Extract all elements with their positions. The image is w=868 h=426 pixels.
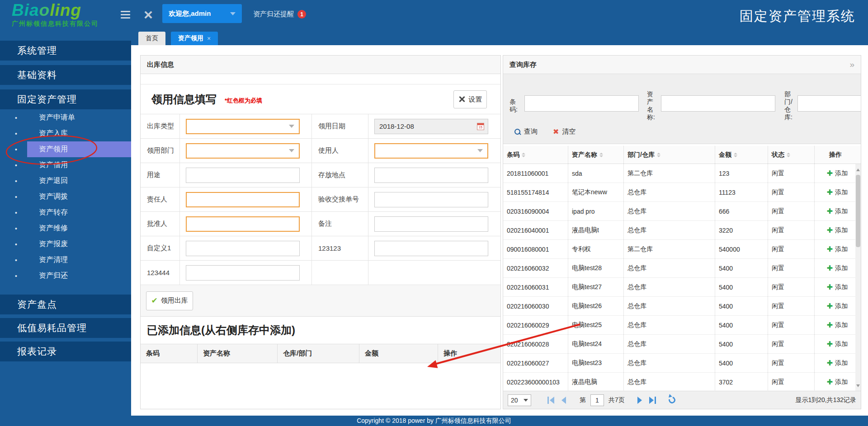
clear-button[interactable]: ✖ 清空 xyxy=(553,127,576,136)
settings-button[interactable]: 设置 xyxy=(453,90,487,108)
approver-input[interactable] xyxy=(186,216,300,232)
column-header-sortable[interactable]: 条码 xyxy=(503,146,568,164)
custom1-input[interactable] xyxy=(186,241,300,256)
column-header-sortable[interactable]: 资产名称 xyxy=(568,146,623,164)
cell-amount: 5400 xyxy=(715,259,768,277)
sidebar-item[interactable]: 资产调拨 xyxy=(0,189,131,205)
sidebar-item[interactable]: 资产清理 xyxy=(0,252,131,268)
page-number-input[interactable]: 1 xyxy=(590,394,604,406)
add-button[interactable]: 添加 xyxy=(827,302,848,310)
collapse-panel-icon[interactable]: » xyxy=(849,60,854,70)
add-button[interactable]: 添加 xyxy=(827,340,848,348)
pickup-date-field[interactable]: 2018-12-08 xyxy=(374,119,488,134)
table-row: 020216060029 电脑test25 总仓库 5400 闲置 添加 xyxy=(503,316,861,335)
close-icon[interactable]: × xyxy=(144,5,153,24)
calendar-icon[interactable] xyxy=(477,123,484,130)
custom3-input[interactable] xyxy=(186,265,300,281)
pickup-outbound-button[interactable]: ✔ 领用出库 xyxy=(146,291,193,310)
sidebar-item[interactable]: 资产退回 xyxy=(0,173,131,189)
custom2-input[interactable] xyxy=(374,241,488,256)
sidebar-section-reports[interactable]: 报表记录 xyxy=(0,342,131,361)
tools-icon xyxy=(458,96,466,103)
plus-icon xyxy=(827,378,833,386)
scroll-down-icon[interactable] xyxy=(856,384,860,387)
pickup-dept-select[interactable] xyxy=(186,143,300,159)
column-header-sortable[interactable]: 金额 xyxy=(715,146,768,164)
sidebar-item[interactable]: 资产借用 xyxy=(0,157,131,173)
cell-asset-name: 电脑test24 xyxy=(568,335,623,353)
cell-asset-name: ipad pro xyxy=(568,202,623,220)
field-label: 备注 xyxy=(311,212,368,236)
column-header-sortable[interactable]: 部门/仓库 xyxy=(623,146,715,164)
next-page-button[interactable] xyxy=(637,397,642,404)
sidebar-item[interactable]: 资产归还 xyxy=(0,268,131,284)
add-button[interactable]: 添加 xyxy=(827,321,848,329)
last-page-button[interactable] xyxy=(649,397,656,404)
page-size-select[interactable]: 20 xyxy=(508,394,531,406)
dept-warehouse-label: 部门/仓库: xyxy=(784,90,793,121)
table-row: 020216060027 电脑test23 总仓库 5400 闲置 添加 xyxy=(503,354,861,373)
panel-title: 出库信息 xyxy=(147,61,174,69)
prev-page-button[interactable] xyxy=(561,397,566,404)
tab-close-icon[interactable]: × xyxy=(207,35,211,42)
sidebar-item-label: 资产报废 xyxy=(39,239,68,249)
asset-name-input[interactable] xyxy=(661,95,775,112)
cell-amount: 3702 xyxy=(715,373,768,391)
scrollbar-thumb[interactable] xyxy=(856,175,860,247)
add-button[interactable]: 添加 xyxy=(827,245,848,253)
sidebar-item[interactable]: 资产转存 xyxy=(0,205,131,220)
responsible-person-input[interactable] xyxy=(186,192,300,207)
add-button[interactable]: 添加 xyxy=(827,359,848,367)
add-button[interactable]: 添加 xyxy=(827,207,848,215)
table-row: 020216060032 电脑test28 总仓库 5400 闲置 添加 xyxy=(503,259,861,278)
tab-asset-pickup[interactable]: 资产领用 × xyxy=(171,32,218,45)
dept-warehouse-input[interactable] xyxy=(797,95,861,112)
plus-icon xyxy=(827,188,833,197)
table-row: 020223600000103 液晶电脑 总仓库 3702 闲置 添加 xyxy=(503,373,861,392)
spacer xyxy=(141,74,500,84)
acceptance-number-input[interactable] xyxy=(374,192,488,207)
table-scrollbar[interactable] xyxy=(855,164,861,392)
add-button[interactable]: 添加 xyxy=(827,283,848,291)
user-select[interactable] xyxy=(374,143,488,159)
cell-action: 添加 xyxy=(814,316,856,334)
sidebar-item-label: 资产借用 xyxy=(39,160,68,170)
form-row: 出库类型 领用日期 2018-12-08 xyxy=(141,114,500,139)
column-label: 部门/仓库 xyxy=(627,151,655,159)
first-page-button[interactable] xyxy=(547,397,554,404)
remark-input[interactable] xyxy=(374,216,488,232)
plus-icon xyxy=(827,169,833,178)
add-button[interactable]: 添加 xyxy=(827,188,848,197)
sidebar-item[interactable]: 资产报废 xyxy=(0,236,131,252)
menu-toggle-icon[interactable] xyxy=(121,11,130,19)
search-button[interactable]: 查询 xyxy=(514,127,538,136)
add-button[interactable]: 添加 xyxy=(827,378,848,386)
column-header: 操作 xyxy=(438,344,500,363)
refresh-icon[interactable] xyxy=(667,395,676,404)
storage-location-input[interactable] xyxy=(374,168,488,183)
sidebar-item[interactable]: 资产入库 xyxy=(0,126,131,141)
return-reminder-link[interactable]: 资产归还提醒 1 xyxy=(253,10,306,19)
sidebar-item[interactable]: 资产申请单 xyxy=(0,110,131,126)
add-button[interactable]: 添加 xyxy=(827,264,848,272)
sidebar-section-consumables[interactable]: 低值易耗品管理 xyxy=(0,318,131,338)
sidebar-item[interactable]: 资产维修 xyxy=(0,220,131,236)
cell-dept-warehouse: 总仓库 xyxy=(623,259,715,277)
barcode-input[interactable] xyxy=(524,95,639,112)
sidebar-section-fixed-assets[interactable]: 固定资产管理 xyxy=(0,89,131,109)
outbound-type-select[interactable] xyxy=(186,119,300,134)
scroll-up-icon[interactable] xyxy=(856,169,860,171)
sidebar-section-inventory-check[interactable]: 资产盘点 xyxy=(0,295,131,314)
tab-home[interactable]: 首页 xyxy=(138,32,165,45)
sidebar-section-basics[interactable]: 基础资料 xyxy=(0,65,131,85)
column-header-sortable[interactable]: 状态 xyxy=(768,146,814,164)
add-button[interactable]: 添加 xyxy=(827,169,848,178)
sidebar-section-system[interactable]: 系统管理 xyxy=(0,41,131,61)
sidebar-item[interactable]: 资产领用 xyxy=(0,141,131,157)
add-button[interactable]: 添加 xyxy=(827,226,848,234)
plus-icon xyxy=(827,302,833,310)
purpose-input[interactable] xyxy=(186,168,300,183)
user-menu-button[interactable]: 欢迎您,admin xyxy=(162,4,242,23)
table-row: 201811060001 sda 第二仓库 123 闲置 添加 xyxy=(503,164,861,183)
cell-asset-name: 电脑test26 xyxy=(568,297,623,315)
